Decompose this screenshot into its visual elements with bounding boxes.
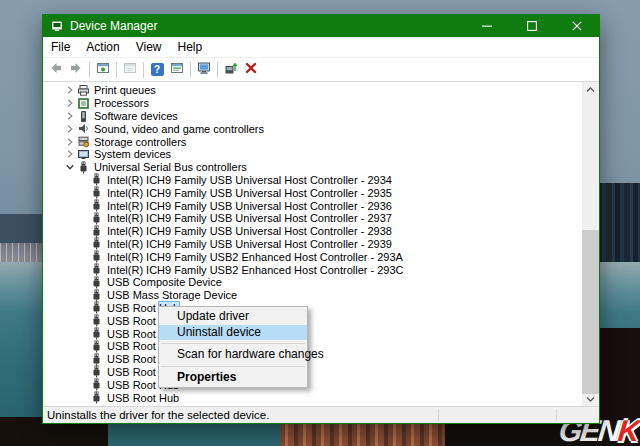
usb-icon — [90, 301, 103, 314]
tree-item-label: Storage controllers — [94, 136, 186, 148]
properties-toolbar-button[interactable] — [120, 60, 140, 80]
tree-item-label: Print queues — [94, 84, 156, 96]
menu-view[interactable]: View — [128, 38, 170, 56]
usb-icon — [90, 340, 103, 353]
menu-help[interactable]: Help — [170, 38, 211, 56]
tree-row[interactable]: USB Root Hub — [43, 327, 582, 340]
software-icon — [77, 110, 90, 123]
back-icon — [49, 61, 63, 79]
chevron-right-icon[interactable] — [63, 110, 77, 121]
tree-row[interactable]: USB Root Hub — [43, 314, 582, 327]
uninstall-x-icon — [244, 61, 258, 79]
usb-icon — [77, 161, 90, 174]
console-window-icon — [96, 61, 110, 79]
tree-row[interactable]: USB Root Hub — [43, 366, 582, 379]
toolbar-separator — [89, 62, 90, 78]
scan-hardware-changes-button[interactable] — [194, 60, 214, 80]
chevron-right-icon[interactable] — [63, 123, 77, 134]
usb-icon — [90, 378, 103, 391]
tree-item-label: Software devices — [94, 110, 178, 122]
vertical-scrollbar[interactable] — [582, 82, 599, 406]
tree-item-label: USB Composite Device — [107, 276, 222, 288]
tree-row[interactable]: USB Composite Device — [43, 276, 582, 289]
usb-icon — [90, 263, 103, 276]
context-menu-item-properties[interactable]: Properties — [159, 370, 307, 386]
device-manager-window: Device Manager FileActionViewHelp ? Prin… — [42, 14, 600, 424]
chevron-down-icon[interactable] — [63, 162, 77, 173]
tree-row[interactable]: Sound, video and game controllers — [43, 122, 582, 135]
tree-row[interactable]: Intel(R) ICH9 Family USB Universal Host … — [43, 225, 582, 238]
cpu-icon — [77, 97, 90, 110]
tree-item-label: USB Mass Storage Device — [107, 289, 237, 301]
tree-row[interactable]: Intel(R) ICH9 Family USB Universal Host … — [43, 199, 582, 212]
tree-row[interactable]: Intel(R) ICH9 Family USB Universal Host … — [43, 238, 582, 251]
usb-icon — [90, 186, 103, 199]
printer-icon — [77, 84, 90, 97]
tree-row[interactable]: USB Root Hub — [43, 378, 582, 391]
minimize-button[interactable] — [464, 15, 509, 37]
window-title: Device Manager — [70, 19, 464, 33]
tree-row[interactable]: Intel(R) ICH9 Family USB2 Enhanced Host … — [43, 250, 582, 263]
maximize-button[interactable] — [509, 15, 554, 37]
back-button[interactable] — [46, 60, 66, 80]
tree-row[interactable]: USB Root Hub — [43, 391, 582, 404]
chevron-right-icon[interactable] — [63, 98, 77, 109]
tree-row-selected[interactable]: USB Root Hub — [43, 302, 582, 315]
context-menu-item-scan-for-hardware-changes[interactable]: Scan for hardware changes — [159, 347, 307, 363]
tree-row[interactable]: System devices — [43, 148, 582, 161]
statusbar-divider — [556, 409, 557, 421]
console-tree-button[interactable] — [93, 60, 113, 80]
statusbar: Uninstalls the driver for the selected d… — [43, 406, 599, 423]
tree-row[interactable]: Print queues — [43, 84, 582, 97]
computer-icon — [77, 148, 90, 161]
show-window-button[interactable] — [167, 60, 187, 80]
titlebar[interactable]: Device Manager — [43, 15, 599, 37]
toolbar-separator — [143, 62, 144, 78]
speaker-icon — [77, 122, 90, 135]
context-menu-item-uninstall-device[interactable]: Uninstall device — [159, 325, 307, 341]
tree-item-label: Intel(R) ICH9 Family USB Universal Host … — [107, 200, 392, 212]
tree-row[interactable]: Intel(R) ICH9 Family USB Universal Host … — [43, 174, 582, 187]
uninstall-device-toolbar-button[interactable] — [241, 60, 261, 80]
forward-button[interactable] — [66, 60, 86, 80]
tree-item-label: Intel(R) ICH9 Family USB Universal Host … — [107, 174, 392, 186]
window-list-icon — [170, 61, 184, 79]
scrollbar-thumb[interactable] — [582, 230, 599, 394]
genk-watermark-red: K — [617, 414, 640, 446]
tree-item-label: Intel(R) ICH9 Family USB2 Enhanced Host … — [107, 264, 404, 276]
scrollbar-down-arrow-icon[interactable] — [582, 391, 599, 406]
toolbar-separator — [190, 62, 191, 78]
usb-icon — [90, 365, 103, 378]
usb-icon — [90, 199, 103, 212]
tree-item-label: Universal Serial Bus controllers — [94, 161, 247, 173]
context-menu-separator — [161, 366, 305, 367]
tree-row[interactable]: Intel(R) ICH9 Family USB Universal Host … — [43, 212, 582, 225]
tree-row[interactable]: Universal Serial Bus controllers — [43, 161, 582, 174]
tree-row[interactable]: Intel(R) ICH9 Family USB Universal Host … — [43, 186, 582, 199]
update-driver-toolbar-button[interactable] — [221, 60, 241, 80]
context-menu-item-update-driver[interactable]: Update driver — [159, 309, 307, 325]
desktop-wallpaper-bridge — [280, 421, 445, 446]
monitor-icon — [197, 61, 211, 79]
help-button[interactable]: ? — [147, 60, 167, 80]
menu-action[interactable]: Action — [78, 38, 127, 56]
close-button[interactable] — [554, 15, 599, 37]
tree-row[interactable]: USB Mass Storage Device — [43, 289, 582, 302]
tree-row[interactable]: Intel(R) ICH9 Family USB2 Enhanced Host … — [43, 263, 582, 276]
help-icon: ? — [151, 63, 164, 76]
usb-icon — [90, 391, 103, 404]
storage-icon — [77, 135, 90, 148]
tree-row[interactable]: Processors — [43, 97, 582, 110]
usb-icon — [90, 327, 103, 340]
tree-row[interactable]: Storage controllers — [43, 135, 582, 148]
device-manager-icon — [50, 19, 64, 33]
menu-file[interactable]: File — [43, 38, 78, 56]
tree-row[interactable]: Software devices — [43, 110, 582, 123]
toolbar-separator — [116, 62, 117, 78]
scrollbar-up-arrow-icon[interactable] — [582, 82, 599, 97]
dialog-disabled-icon — [123, 61, 137, 79]
chevron-right-icon[interactable] — [63, 136, 77, 147]
chevron-right-icon[interactable] — [63, 85, 77, 96]
toolbar-separator — [217, 62, 218, 78]
chevron-right-icon[interactable] — [63, 149, 77, 160]
